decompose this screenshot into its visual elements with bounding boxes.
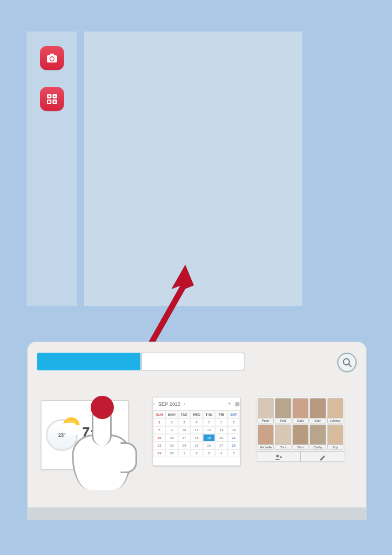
contact-name: Peter <box>258 418 273 423</box>
cal-day-cell[interactable]: 14 <box>228 426 240 434</box>
svg-point-3 <box>50 57 53 60</box>
contacts-edit-button[interactable] <box>300 452 344 462</box>
weather-clock-widget[interactable]: 23° 7:10 24 WED <box>41 400 129 469</box>
cal-day-cell[interactable]: 23 <box>165 442 177 449</box>
cal-dow: FRI <box>215 411 227 418</box>
cal-next-icon[interactable]: › <box>184 401 185 407</box>
cal-day-cell[interactable]: 3 <box>178 418 190 426</box>
contact-card[interactable]: Cathy <box>310 425 326 450</box>
cal-day-cell[interactable]: 5 <box>228 449 240 457</box>
cal-day-cell[interactable]: 6 <box>215 418 227 426</box>
cal-day-cell[interactable]: 26 <box>203 442 215 449</box>
cal-day-cell[interactable]: 9 <box>165 426 177 434</box>
calculator-icon <box>45 92 59 106</box>
add-contact-icon <box>275 454 283 460</box>
avatar <box>310 425 325 444</box>
cal-day-cell[interactable]: 18 <box>190 434 202 442</box>
cal-add-icon[interactable]: ＋ <box>227 400 232 407</box>
tab-widgets[interactable] <box>37 353 140 370</box>
cal-day-cell[interactable]: 1 <box>178 449 190 457</box>
cal-day-cell[interactable]: 2 <box>190 449 202 457</box>
cal-dow: SAT <box>228 411 240 418</box>
search-icon <box>342 358 352 368</box>
cal-day-cell[interactable]: 30 <box>165 449 177 457</box>
contact-name: Joy <box>328 444 343 449</box>
calendar-widget[interactable]: ‹ SEP 2013 › ＋ ▥ SUNMONTUEWEDTHUFRISAT12… <box>153 397 241 466</box>
contacts-add-button[interactable] <box>257 452 300 462</box>
contact-card[interactable]: Kirk <box>275 398 291 423</box>
cal-day-cell[interactable]: 13 <box>215 426 227 434</box>
cal-day-cell[interactable]: 11 <box>190 426 202 434</box>
cal-day-cell[interactable]: 4 <box>190 418 202 426</box>
cal-day-cell[interactable]: 5 <box>203 418 215 426</box>
avatar <box>258 399 273 418</box>
contact-name: Sam <box>310 418 325 423</box>
contact-card[interactable]: Dolly <box>292 398 309 423</box>
contact-name: Kirk <box>275 418 290 423</box>
cal-day-cell[interactable]: 24 <box>178 442 190 449</box>
camera-icon <box>45 51 59 65</box>
cal-day-cell[interactable]: 21 <box>228 434 240 442</box>
contact-name: Michelle <box>258 444 273 449</box>
camera-app-button[interactable] <box>40 46 64 70</box>
cal-day-cell[interactable]: 7 <box>228 418 240 426</box>
contact-name: Cathy <box>310 444 325 449</box>
calendar-title: SEP 2013 <box>158 401 180 407</box>
contacts-widget[interactable]: PeterKirkDollySamJohnnyMichelleTomDanCat… <box>257 397 344 461</box>
cal-dow: THU <box>203 411 215 418</box>
contact-card[interactable]: Tom <box>275 425 291 450</box>
pencil-icon <box>319 454 327 460</box>
cal-day-cell[interactable]: 16 <box>165 434 177 442</box>
avatar <box>310 399 325 418</box>
svg-rect-7 <box>53 100 57 104</box>
panel-toolbar <box>37 353 357 371</box>
main-drop-area[interactable] <box>84 32 302 306</box>
clock-time: 7:10 <box>81 425 112 441</box>
sidebar <box>27 32 77 306</box>
cal-day-cell[interactable]: 17 <box>178 434 190 442</box>
contact-card[interactable]: Joy <box>327 425 343 450</box>
contact-card[interactable]: Dan <box>292 425 309 450</box>
widget-picker-panel: 23° 7:10 24 WED ‹ SEP 2013 › ＋ ▥ SUNMONT… <box>27 342 367 520</box>
search-button[interactable] <box>337 353 357 372</box>
cal-day-cell[interactable]: 20 <box>215 434 227 442</box>
cal-list-icon[interactable]: ▥ <box>235 401 240 407</box>
cal-day-cell[interactable]: 10 <box>178 426 190 434</box>
cal-dow: MON <box>165 411 177 418</box>
cal-day-cell[interactable]: 29 <box>153 449 165 457</box>
panel-footer <box>27 507 367 520</box>
cal-day-cell[interactable]: 3 <box>203 449 215 457</box>
contact-name: Johnny <box>328 418 343 423</box>
cal-prev-icon[interactable]: ‹ <box>153 401 155 407</box>
contact-card[interactable]: Peter <box>258 398 274 423</box>
contact-card[interactable]: Sam <box>310 398 326 423</box>
clock-date: 24 WED <box>81 441 112 445</box>
avatar <box>275 399 290 418</box>
avatar <box>293 399 308 418</box>
cal-day-cell[interactable]: 28 <box>228 442 240 449</box>
cal-day-cell[interactable]: 25 <box>190 442 202 449</box>
avatar <box>328 399 343 418</box>
svg-point-18 <box>276 454 279 457</box>
cal-day-cell[interactable]: 27 <box>215 442 227 449</box>
avatar <box>293 425 308 444</box>
cal-day-cell[interactable]: 8 <box>153 426 165 434</box>
cal-day-cell[interactable]: 12 <box>203 426 215 434</box>
cal-day-cell[interactable]: 4 <box>215 449 227 457</box>
cal-day-cell[interactable]: 2 <box>165 418 177 426</box>
cal-dow: WED <box>190 411 202 418</box>
tab-other[interactable] <box>141 353 244 370</box>
contact-card[interactable]: Michelle <box>258 425 274 450</box>
contact-card[interactable]: Johnny <box>327 398 343 423</box>
cal-day-cell[interactable]: 19 <box>203 434 215 442</box>
cal-day-cell[interactable]: 1 <box>153 418 165 426</box>
cal-day-cell[interactable]: 15 <box>153 434 165 442</box>
contact-name: Tom <box>275 444 290 449</box>
cal-day-cell[interactable]: 22 <box>153 442 165 449</box>
contact-name: Dolly <box>293 418 308 423</box>
cloud-icon <box>64 425 81 435</box>
calculator-app-button[interactable] <box>40 87 64 111</box>
svg-rect-1 <box>50 54 54 56</box>
cal-dow: SUN <box>153 411 165 418</box>
contact-name: Dan <box>293 444 308 449</box>
